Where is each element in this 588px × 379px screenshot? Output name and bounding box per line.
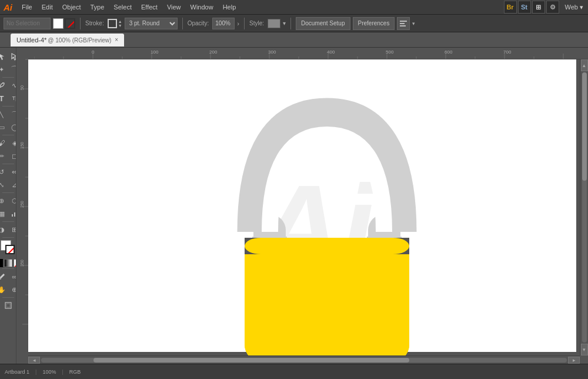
mesh-tool[interactable]: ⊞ bbox=[8, 223, 17, 236]
scale-tool[interactable]: ⤡ bbox=[0, 178, 8, 191]
line-tool[interactable]: ╲ bbox=[0, 108, 8, 121]
svg-text:350: 350 bbox=[20, 260, 24, 267]
workspace-menu[interactable]: Web ▾ bbox=[563, 4, 586, 11]
color-mode-color[interactable] bbox=[0, 259, 3, 267]
vertical-scroll-thumb[interactable] bbox=[582, 72, 587, 181]
touch-type-tool[interactable]: T| bbox=[8, 92, 17, 105]
menu-window[interactable]: Window bbox=[186, 0, 218, 15]
menu-help[interactable]: Help bbox=[218, 0, 241, 15]
fill-swatch[interactable] bbox=[53, 18, 64, 29]
paintbrush-tool[interactable]: 🖌 bbox=[0, 137, 8, 149]
scroll-down-button[interactable]: ▾ bbox=[581, 344, 588, 355]
align-button[interactable] bbox=[397, 17, 410, 30]
stroke-box[interactable] bbox=[5, 245, 15, 254]
vertical-ruler: 50 150 250 350 bbox=[16, 48, 28, 364]
svg-rect-59 bbox=[245, 247, 409, 361]
scroll-up-button[interactable]: ▴ bbox=[581, 59, 588, 71]
canvas-area: 0 100 200 300 400 500 600 700 bbox=[16, 48, 588, 364]
live-paint-tool[interactable]: ⬡ bbox=[8, 194, 17, 207]
canvas-surface[interactable]: Ai bbox=[28, 59, 576, 352]
selection-tool-row bbox=[0, 50, 16, 63]
vertical-scroll-track[interactable] bbox=[582, 72, 587, 343]
svg-rect-4 bbox=[12, 214, 13, 217]
svg-rect-64 bbox=[245, 238, 409, 254]
rect-tool[interactable]: ▭ bbox=[0, 121, 8, 134]
style-dropdown[interactable]: ▾ bbox=[283, 20, 286, 26]
artboard-tool[interactable] bbox=[2, 299, 15, 312]
reflect-tool[interactable]: ⇔ bbox=[8, 165, 17, 178]
motion-icon[interactable]: ⚙ bbox=[546, 1, 559, 14]
hand-tool[interactable]: ✋ bbox=[0, 283, 8, 296]
svg-rect-9 bbox=[6, 304, 10, 307]
lasso-tool[interactable]: ⌒ bbox=[8, 63, 17, 76]
stock-icon[interactable]: St bbox=[518, 1, 531, 14]
blob-brush-tool[interactable]: ◈ bbox=[8, 137, 17, 149]
stroke-color-box[interactable]: ▲▼ bbox=[108, 19, 122, 28]
direct-selection-tool[interactable] bbox=[8, 50, 17, 63]
scroll-left-button[interactable]: ◂ bbox=[28, 357, 40, 364]
arc-tool[interactable]: ⌒ bbox=[8, 108, 17, 121]
svg-text:500: 500 bbox=[386, 49, 394, 55]
rotate-tool[interactable]: ↺ bbox=[0, 165, 8, 178]
ellipse-tool[interactable]: ◯ bbox=[8, 121, 17, 134]
zoom-tool[interactable]: ⊕ bbox=[8, 283, 17, 296]
grid-icon[interactable]: ⊞ bbox=[532, 1, 545, 14]
selection-tool[interactable] bbox=[0, 50, 8, 63]
scale-row: ⤡ ⊿ bbox=[0, 178, 16, 191]
horizontal-scrollbar[interactable]: ◂ ▸ bbox=[28, 355, 580, 364]
brush-row: 🖌 ◈ bbox=[0, 137, 16, 149]
shape-builder-tool[interactable]: ⊕ bbox=[0, 194, 8, 207]
eyedropper-tool[interactable] bbox=[0, 270, 8, 283]
eraser-tool[interactable]: ◻ bbox=[8, 149, 17, 162]
document-setup-button[interactable]: Document Setup bbox=[296, 17, 350, 30]
shear-tool[interactable]: ⊿ bbox=[8, 178, 17, 191]
color-mode-gradient[interactable] bbox=[4, 259, 12, 267]
svg-text:400: 400 bbox=[327, 49, 335, 55]
preferences-button[interactable]: Preferences bbox=[353, 17, 395, 30]
svg-text:600: 600 bbox=[445, 49, 453, 55]
menu-object[interactable]: Object bbox=[58, 0, 86, 15]
opacity-expand[interactable]: › bbox=[237, 20, 239, 27]
align-dropdown-arrow[interactable]: ▾ bbox=[412, 21, 415, 26]
left-toolbar: ✦ ⌒ ∿ T T| bbox=[0, 48, 16, 364]
scroll-track[interactable] bbox=[41, 358, 567, 363]
document-tab[interactable]: Untitled-4*@ 100% (RGB/Preview) × bbox=[11, 34, 124, 46]
rotate-row: ↺ ⇔ bbox=[0, 165, 16, 178]
blend-tool[interactable]: ∞ bbox=[8, 270, 17, 283]
graph-tool[interactable]: ▦ bbox=[0, 207, 8, 220]
stroke-size-select[interactable]: 3 pt. Round 1 pt. 2 pt. bbox=[125, 18, 178, 29]
pencil-tool[interactable]: ✏ bbox=[0, 149, 8, 162]
svg-rect-8 bbox=[5, 302, 11, 308]
opacity-input[interactable] bbox=[212, 18, 235, 29]
magic-wand-tool[interactable]: ✦ bbox=[0, 63, 8, 76]
scroll-thumb[interactable] bbox=[93, 358, 409, 363]
gradient-tool[interactable]: ◑ bbox=[0, 223, 8, 236]
scroll-right-button[interactable]: ▸ bbox=[568, 357, 580, 364]
type-tool[interactable]: T bbox=[0, 92, 8, 105]
menu-type[interactable]: Type bbox=[86, 0, 109, 15]
menu-effect[interactable]: Effect bbox=[136, 0, 162, 15]
menu-file[interactable]: File bbox=[17, 0, 37, 15]
tab-close-button[interactable]: × bbox=[115, 37, 118, 43]
artboard-tool-row bbox=[2, 299, 15, 312]
menu-view[interactable]: View bbox=[162, 0, 186, 15]
curvature-tool[interactable]: ∿ bbox=[8, 79, 17, 92]
ruler-markings: 0 100 200 300 400 500 600 700 bbox=[34, 48, 588, 59]
pen-tool[interactable] bbox=[0, 79, 8, 92]
svg-point-3 bbox=[2, 82, 4, 84]
svg-text:150: 150 bbox=[20, 142, 24, 149]
style-swatch[interactable] bbox=[268, 19, 280, 28]
selection-input[interactable] bbox=[4, 18, 51, 29]
view-row: ∞ bbox=[0, 270, 16, 283]
menu-select[interactable]: Select bbox=[109, 0, 136, 15]
stroke-label: Stroke: bbox=[85, 20, 104, 26]
stroke-swatch[interactable] bbox=[65, 18, 75, 29]
status-separator: | bbox=[35, 369, 36, 375]
vertical-scrollbar[interactable]: ▴ ▾ bbox=[580, 59, 588, 355]
bridge-icon[interactable]: Br bbox=[504, 1, 517, 14]
svg-text:200: 200 bbox=[209, 49, 218, 55]
column-graph-tool[interactable] bbox=[8, 207, 17, 220]
doc-tab-title: Untitled-4*@ 100% (RGB/Preview) bbox=[16, 36, 111, 44]
svg-rect-1 bbox=[400, 23, 405, 24]
menu-edit[interactable]: Edit bbox=[37, 0, 58, 15]
